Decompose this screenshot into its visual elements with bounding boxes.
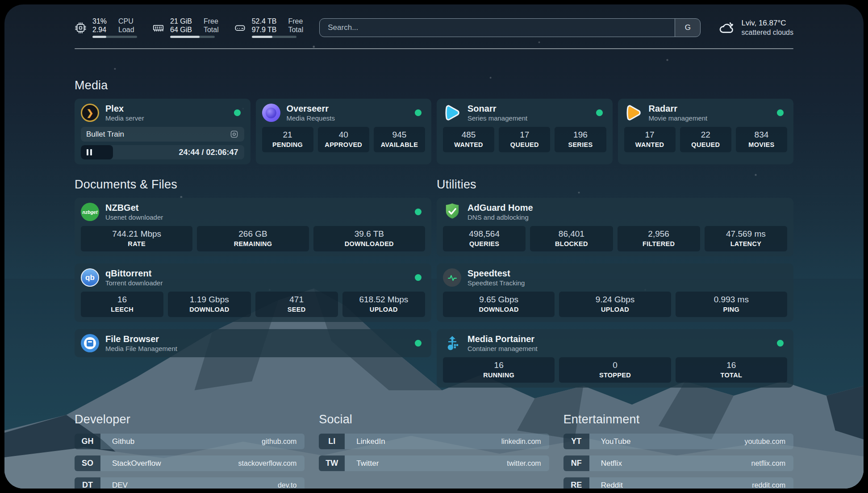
- service-name: Radarr: [649, 104, 708, 113]
- plex-icon: ❯: [81, 104, 99, 122]
- section-title-developer: Developer: [75, 413, 305, 426]
- service-card-plex[interactable]: ❯ Plex Media server Bullet Train: [75, 99, 250, 164]
- service-name: qBittorrent: [105, 268, 163, 278]
- service-name: Sonarr: [467, 104, 527, 113]
- bookmark-dev[interactable]: DT DEV dev.to: [75, 477, 305, 489]
- bookmark-reddit[interactable]: RE Reddit reddit.com: [563, 477, 793, 489]
- service-name: AdGuard Home: [467, 203, 533, 213]
- service-description: Media File Management: [105, 345, 177, 352]
- service-card-filebrowser[interactable]: File Browser Media File Management: [75, 329, 431, 357]
- service-card-nzbget[interactable]: nzbget NZBGet Usenet downloader 744.21 M…: [75, 198, 431, 256]
- status-dot: [415, 109, 421, 116]
- status-dot: [415, 274, 421, 281]
- stat-download: 1.19 GbpsDOWNLOAD: [168, 292, 250, 317]
- weather-condition: scattered clouds: [741, 29, 793, 37]
- bookmark-name: Reddit: [589, 477, 623, 489]
- bookmark-name: DEV: [100, 477, 128, 489]
- service-name: Plex: [105, 104, 144, 113]
- pause-icon: [87, 149, 92, 155]
- bookmark-url: linkedin.com: [501, 434, 549, 449]
- dashboard-window: 31% 2.94 CPU Load: [4, 4, 864, 489]
- stat-blocked: 86,401BLOCKED: [530, 226, 613, 251]
- bookmark-abbr: GH: [75, 434, 100, 449]
- service-card-speedtest[interactable]: Speedtest Speedtest Tracking 9.65 GbpsDO…: [437, 263, 793, 322]
- service-card-adguard[interactable]: AdGuard Home DNS and adblocking 498,564Q…: [437, 198, 793, 256]
- cpu-usage-value: 31%: [92, 17, 107, 25]
- stat-total: 16TOTAL: [676, 357, 787, 383]
- service-description: Speedtest Tracking: [467, 279, 525, 287]
- playback-progress: [81, 145, 113, 159]
- service-description: Container management: [467, 345, 538, 352]
- search-bar[interactable]: G: [319, 18, 701, 37]
- stat-approved: 40APPROVED: [318, 127, 369, 152]
- bookmark-github[interactable]: GH Github github.com: [75, 434, 305, 449]
- bookmark-url: stackoverflow.com: [238, 455, 305, 471]
- status-dot: [234, 109, 241, 116]
- portainer-crane-icon: [443, 334, 461, 352]
- bookmark-url: twitter.com: [507, 455, 549, 471]
- bookmark-twitter[interactable]: TW Twitter twitter.com: [319, 455, 549, 471]
- stat-upload: 9.24 GbpsUPLOAD: [559, 292, 671, 317]
- cpu-load-value: 2.94: [92, 26, 107, 34]
- nzbget-icon: nzbget: [81, 203, 99, 221]
- bookmark-abbr: YT: [563, 434, 589, 449]
- bookmark-youtube[interactable]: YT YouTube youtube.com: [563, 434, 793, 449]
- search-provider-button[interactable]: G: [675, 19, 700, 37]
- bookmark-netflix[interactable]: NF Netflix netflix.com: [563, 455, 793, 471]
- bookmark-stackoverflow[interactable]: SO StackOverflow stackoverflow.com: [75, 455, 305, 471]
- speedtest-pulse-icon: [443, 268, 461, 287]
- bookmark-name: Netflix: [589, 455, 622, 471]
- bookmark-name: YouTube: [589, 434, 631, 449]
- memory-total-value: 64 GiB: [170, 26, 192, 34]
- memory-icon: [152, 22, 164, 34]
- developer-bookmarks: Developer GH Github github.com SO StackO…: [75, 413, 305, 489]
- social-bookmarks: Social LI LinkedIn linkedin.com TW Twitt…: [319, 413, 549, 489]
- stat-filtered: 2,956FILTERED: [618, 226, 700, 251]
- service-card-qbittorrent[interactable]: qb qBittorrent Torrent downloader 16LEEC…: [75, 263, 431, 322]
- service-card-radarr[interactable]: Radarr Movie management 17WANTED 22QUEUE…: [618, 99, 794, 164]
- stat-available: 945AVAILABLE: [374, 127, 425, 152]
- stat-leech: 16LEECH: [81, 292, 163, 317]
- entertainment-bookmarks: Entertainment YT YouTube youtube.com NF …: [563, 413, 793, 489]
- search-input[interactable]: [320, 23, 675, 32]
- cpu-label: CPU: [118, 17, 134, 25]
- stat-stopped: 0STOPPED: [559, 357, 671, 383]
- service-description: Movie management: [649, 114, 708, 122]
- memory-widget: 21 GiB 64 GiB Free Total: [152, 17, 219, 38]
- cpu-progress-bar: [92, 36, 137, 38]
- service-card-sonarr[interactable]: Sonarr Series management 485WANTED 17QUE…: [437, 99, 613, 164]
- bookmark-url: netflix.com: [751, 455, 793, 471]
- stat-ping: 0.993 msPING: [676, 292, 787, 317]
- section-title-entertainment: Entertainment: [563, 413, 793, 426]
- stat-rate: 744.21 MbpsRATE: [81, 226, 192, 251]
- service-name: Overseerr: [287, 104, 335, 113]
- stat-downloaded: 39.6 TBDOWNLOADED: [313, 226, 425, 251]
- service-description: Media Requests: [287, 114, 335, 122]
- disk-total-label: Total: [288, 26, 303, 34]
- camera-icon: [230, 130, 239, 139]
- service-card-portainer[interactable]: Media Portainer Container management 16R…: [437, 329, 793, 388]
- section-title-utilities: Utilities: [437, 178, 793, 192]
- stat-movies: 834MOVIES: [736, 127, 787, 152]
- plex-progress-row[interactable]: 24:44 / 02:06:47: [81, 145, 244, 159]
- bookmark-abbr: NF: [563, 455, 589, 471]
- status-dot: [415, 209, 421, 215]
- radarr-icon: [624, 104, 643, 122]
- overseerr-icon: [262, 104, 280, 122]
- bookmark-name: Twitter: [345, 455, 379, 471]
- stat-seed: 471SEED: [255, 292, 338, 317]
- playback-time: 24:44 / 02:06:47: [179, 148, 238, 157]
- status-dot: [777, 109, 784, 116]
- bookmark-abbr: DT: [75, 477, 100, 489]
- disk-free-value: 52.4 TB: [252, 17, 277, 25]
- bookmark-linkedin[interactable]: LI LinkedIn linkedin.com: [319, 434, 549, 449]
- service-name: NZBGet: [105, 203, 163, 213]
- service-name: Media Portainer: [467, 334, 538, 344]
- disk-free-label: Free: [288, 17, 303, 25]
- disk-total-value: 97.9 TB: [252, 26, 277, 34]
- stat-queued: 17QUEUED: [499, 127, 550, 152]
- bookmark-abbr: LI: [319, 434, 345, 449]
- stat-latency: 47.569 msLATENCY: [705, 226, 787, 251]
- service-card-overseerr[interactable]: Overseerr Media Requests 21PENDING 40APP…: [256, 99, 432, 164]
- stat-wanted: 485WANTED: [443, 127, 494, 152]
